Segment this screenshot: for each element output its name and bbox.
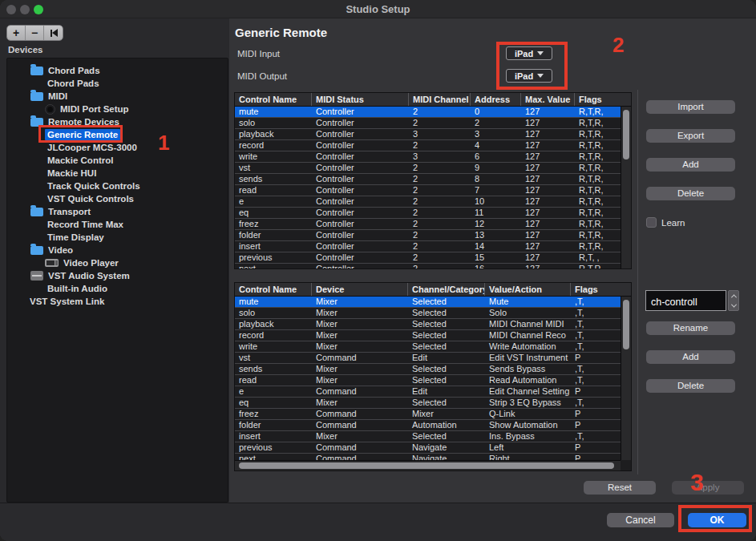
tree-item[interactable]: Record Time Max bbox=[7, 218, 228, 231]
column-header[interactable]: Channel/Category bbox=[408, 283, 485, 296]
apply-button[interactable]: Apply bbox=[672, 481, 744, 495]
table-row[interactable]: e Command Edit Edit Channel Setting P bbox=[235, 386, 621, 398]
tree-item[interactable]: Mackie Control bbox=[7, 154, 228, 167]
table-row[interactable]: folder Controller 2 13 127 R,T,R, bbox=[235, 230, 621, 241]
cell-midi-channel: 2 bbox=[409, 140, 471, 151]
add-button-bottom[interactable]: Add bbox=[646, 350, 735, 364]
tree-item[interactable]: Video bbox=[7, 244, 228, 256]
table-row[interactable]: next Controller 2 16 127 R,T,R bbox=[235, 264, 621, 268]
table-row[interactable]: sends Controller 2 8 127 R,T,R, bbox=[235, 174, 621, 185]
scrollbar-thumb[interactable] bbox=[239, 462, 614, 469]
table-row[interactable]: insert Mixer Selected Ins. Bypass ,T, bbox=[235, 431, 621, 442]
column-header[interactable]: Max. Value bbox=[521, 93, 575, 106]
cell-flags: ,T, bbox=[571, 297, 621, 307]
table-row[interactable]: mute Controller 2 0 127 R,T,R, bbox=[235, 107, 621, 118]
table-row[interactable]: playback Controller 3 3 127 R,T,R, bbox=[235, 129, 621, 140]
table-row[interactable]: sends Mixer Selected Sends Bypass ,T, bbox=[235, 364, 621, 375]
tree-item[interactable]: Time Display bbox=[7, 231, 228, 244]
vertical-scrollbar[interactable] bbox=[621, 297, 631, 460]
control-name-input[interactable] bbox=[645, 290, 726, 311]
table-row[interactable]: previous Command Navigate Left P bbox=[235, 442, 621, 454]
cell-control-name: read bbox=[235, 185, 312, 196]
tree-item[interactable]: Built-in Audio bbox=[7, 282, 228, 295]
tree-item-label: Transport bbox=[46, 206, 93, 217]
table-row[interactable]: eq Mixer Selected Strip 3 EQ Bypass ,T, bbox=[235, 398, 621, 409]
scrollbar-thumb[interactable] bbox=[623, 110, 629, 159]
table-row[interactable]: freez Controller 2 12 127 R,T,R, bbox=[235, 219, 621, 230]
tree-item[interactable]: VST Quick Controls bbox=[7, 192, 228, 205]
column-header[interactable]: MIDI Channel bbox=[409, 93, 471, 106]
table-row[interactable]: record Controller 2 4 127 R,T,R, bbox=[235, 140, 621, 151]
tree-item[interactable]: Chord Pads bbox=[7, 64, 228, 77]
chevron-down-icon bbox=[537, 74, 544, 78]
cell-midi-status: Controller bbox=[312, 252, 409, 263]
table-row[interactable]: read Controller 2 7 127 R,T,R, bbox=[235, 185, 621, 196]
tree-item[interactable]: Video Player bbox=[7, 256, 228, 269]
table-row[interactable]: vst Command Edit Edit VST Instrument P bbox=[235, 353, 621, 364]
table-row[interactable]: read Mixer Selected Read Automation ,T, bbox=[235, 375, 621, 386]
scrollbar-thumb[interactable] bbox=[623, 300, 629, 349]
stepper-down-icon[interactable] bbox=[729, 301, 738, 310]
cell-channel-category: Selected bbox=[408, 431, 485, 442]
table-row[interactable]: eq Controller 2 11 127 R,T,R, bbox=[235, 208, 621, 219]
reset-devices-button[interactable] bbox=[44, 26, 63, 40]
tree-item[interactable]: MIDI Port Setup bbox=[7, 103, 228, 115]
table-row[interactable]: vst Controller 2 9 127 R,T,R, bbox=[235, 163, 621, 174]
cancel-button[interactable]: Cancel bbox=[607, 513, 674, 527]
table-row[interactable]: solo Controller 2 2 127 R,T,R, bbox=[235, 118, 621, 129]
table-row[interactable]: insert Controller 2 14 127 R,T,R, bbox=[235, 241, 621, 252]
rename-button[interactable]: Rename bbox=[646, 321, 735, 335]
table-row[interactable]: write Mixer Selected Write Automation ,T… bbox=[235, 341, 621, 353]
column-header[interactable]: Control Name bbox=[235, 283, 312, 296]
tree-item[interactable]: Remote Devices bbox=[7, 115, 228, 128]
midi-input-select[interactable]: iPad bbox=[506, 46, 552, 60]
table-row[interactable]: write Controller 3 6 127 R,T,R, bbox=[235, 151, 621, 163]
tree-item[interactable]: Generic Remote bbox=[7, 128, 228, 141]
table-row[interactable]: e Controller 2 10 127 R,T,R, bbox=[235, 196, 621, 208]
stepper-up-icon[interactable] bbox=[729, 291, 738, 301]
tree-item[interactable]: Track Quick Controls bbox=[7, 180, 228, 192]
delete-button-top[interactable]: Delete bbox=[646, 187, 735, 200]
cell-max-value: 127 bbox=[521, 129, 575, 139]
tree-item[interactable]: Mackie HUI bbox=[7, 167, 228, 180]
tree-item[interactable]: Chord Pads bbox=[7, 77, 228, 90]
tree-item[interactable]: JLCooper MCS-3000 bbox=[7, 141, 228, 154]
column-header[interactable]: Control Name bbox=[235, 93, 312, 106]
table-row[interactable]: playback Mixer Selected MIDI Channel MID… bbox=[235, 319, 621, 330]
table-row[interactable]: freez Command Mixer Q-Link P bbox=[235, 409, 621, 420]
tree-item[interactable]: Transport bbox=[7, 205, 228, 218]
ok-button[interactable]: OK bbox=[688, 513, 746, 527]
import-button[interactable]: Import bbox=[646, 100, 735, 114]
reset-button[interactable]: Reset bbox=[584, 481, 656, 495]
column-header[interactable]: Flags bbox=[575, 93, 631, 106]
table-row[interactable]: previous Controller 2 15 127 R,T, , bbox=[235, 252, 621, 264]
cell-channel-category: Edit bbox=[408, 386, 485, 397]
export-button[interactable]: Export bbox=[646, 129, 735, 143]
table-row[interactable]: solo Mixer Selected Solo ,T, bbox=[235, 308, 621, 319]
cell-address: 6 bbox=[471, 151, 521, 162]
table-row[interactable]: record Mixer Selected MIDI Channel Reco … bbox=[235, 330, 621, 341]
column-header[interactable]: Flags bbox=[571, 283, 631, 296]
vertical-scrollbar[interactable] bbox=[621, 107, 631, 268]
add-device-button[interactable]: + bbox=[7, 26, 26, 40]
tree-item[interactable]: VST System Link bbox=[7, 295, 228, 308]
remove-device-button[interactable]: − bbox=[26, 26, 44, 40]
column-header[interactable]: Address bbox=[471, 93, 521, 106]
tree-item[interactable]: MIDI bbox=[7, 90, 228, 103]
table-row[interactable]: folder Command Automation Show Automatio… bbox=[235, 420, 621, 431]
table-row[interactable]: mute Mixer Selected Mute ,T, bbox=[235, 297, 621, 308]
add-button-top[interactable]: Add bbox=[646, 158, 735, 172]
midi-output-select[interactable]: iPad bbox=[506, 69, 552, 83]
column-header[interactable]: Device bbox=[312, 283, 408, 296]
plus-icon: + bbox=[13, 26, 19, 39]
learn-checkbox[interactable] bbox=[646, 217, 657, 228]
tree-item-icon bbox=[30, 118, 43, 127]
table-row[interactable]: next Command Navigate Right P bbox=[235, 454, 621, 460]
cell-flags: R,T,R, bbox=[575, 174, 621, 184]
cell-midi-channel: 2 bbox=[409, 118, 471, 128]
column-header[interactable]: Value/Action bbox=[485, 283, 571, 296]
delete-button-bottom[interactable]: Delete bbox=[646, 379, 735, 393]
horizontal-scrollbar[interactable] bbox=[235, 460, 621, 470]
tree-item[interactable]: VST Audio System bbox=[7, 269, 228, 282]
column-header[interactable]: MIDI Status bbox=[312, 93, 409, 106]
